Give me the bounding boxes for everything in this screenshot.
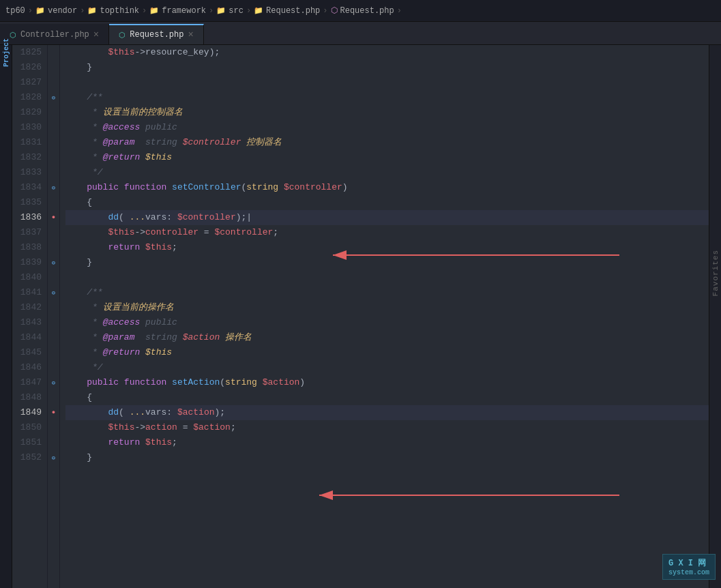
tab-controller[interactable]: ⬡ Controller.php × xyxy=(0,24,109,44)
close-request[interactable]: × xyxy=(188,30,193,40)
code-content[interactable]: $this->resource_key); } /** * 设置当前的控制器名 … xyxy=(60,45,709,588)
side-gutter: Project xyxy=(0,45,12,588)
project-name: tp60 xyxy=(5,6,25,16)
framework-folder: framework xyxy=(162,6,206,16)
code-line-1842: * 设置当前的操作名 xyxy=(65,300,709,315)
code-line-1833: */ xyxy=(65,165,709,180)
title-bar: tp60 › 📁 vendor › 📁 topthink › 📁 framewo… xyxy=(0,0,721,22)
favorites-bar: Favorites xyxy=(709,45,721,588)
code-line-1827 xyxy=(65,75,709,90)
code-line-1832: * @return $this xyxy=(65,150,709,165)
code-line-1840 xyxy=(65,270,709,285)
code-line-1845: * @return $this xyxy=(65,345,709,360)
breadcrumb: tp60 › 📁 vendor › 📁 topthink › 📁 framewo… xyxy=(5,5,402,16)
code-line-1847: public function setAction(string $action… xyxy=(65,375,709,390)
code-line-1831: * @param string $controller 控制器名 xyxy=(65,135,709,150)
topthink-folder: topthink xyxy=(100,6,139,16)
main-layout: Project 1825 1826 1827 1828 1829 1830 18… xyxy=(0,45,721,588)
code-line-1849: dd( ...vars: $action); xyxy=(65,405,709,420)
tab-bar: ⬡ Controller.php × ⬡ Request.php × xyxy=(0,22,721,45)
code-line-1826: } xyxy=(65,60,709,75)
code-line-1852: } xyxy=(65,450,709,465)
tab-label-controller: Controller.php xyxy=(20,30,89,40)
tab-request[interactable]: ⬡ Request.php × xyxy=(109,24,204,44)
watermark: G X I 网 system.com xyxy=(662,554,716,580)
folder-icon-2: 📁 xyxy=(87,6,97,15)
code-line-1829: * 设置当前的控制器名 xyxy=(65,105,709,120)
code-line-1825: $this->resource_key); xyxy=(65,45,709,60)
code-line-1841: /** xyxy=(65,285,709,300)
code-line-1846: */ xyxy=(65,360,709,375)
php-file-icon: ⬡ xyxy=(331,5,338,16)
code-line-1834: public function setController(string $co… xyxy=(65,180,709,195)
editor-area: 1825 1826 1827 1828 1829 1830 1831 1832 … xyxy=(12,45,709,588)
project-icon[interactable]: Project xyxy=(1,48,11,57)
tab-label-request: Request.php xyxy=(130,30,183,40)
folder-icon: 📁 xyxy=(35,6,45,15)
vendor-folder: vendor xyxy=(48,6,77,16)
watermark-sub: system.com xyxy=(668,569,709,576)
folder-icon-4: 📁 xyxy=(216,6,226,15)
code-line-1850: $this->action = $action; xyxy=(65,420,709,435)
code-line-1848: { xyxy=(65,390,709,405)
code-line-1843: * @access public xyxy=(65,315,709,330)
code-line-1837: $this->controller = $controller; xyxy=(65,225,709,240)
code-line-1844: * @param string $action 操作名 xyxy=(65,330,709,345)
folder-icon-3: 📁 xyxy=(149,6,159,15)
code-line-1830: * @access public xyxy=(65,120,709,135)
tab-icon-request: ⬡ xyxy=(119,31,126,40)
gutter-icons: ⊖ ⊖ ● ⊖ ⊖ ⊖ ● ⊖ xyxy=(48,45,60,588)
src-folder: src xyxy=(229,6,244,16)
request-file: Request.php xyxy=(340,6,394,16)
close-controller[interactable]: × xyxy=(93,30,99,40)
watermark-main: G X I 网 xyxy=(668,559,706,568)
code-line-1828: /** xyxy=(65,90,709,105)
code-line-1838: return $this; xyxy=(65,240,709,255)
code-line-1839: } xyxy=(65,255,709,270)
think-folder: Request.php xyxy=(266,6,320,16)
code-line-1835: { xyxy=(65,195,709,210)
code-line-1836: dd( ...vars: $controller);| xyxy=(65,210,709,225)
code-line-1851: return $this; xyxy=(65,435,709,450)
line-numbers: 1825 1826 1827 1828 1829 1830 1831 1832 … xyxy=(12,45,48,588)
tab-icon-controller: ⬡ xyxy=(10,31,16,40)
folder-icon-5: 📁 xyxy=(254,6,263,15)
favorites-label: Favorites xyxy=(711,250,720,296)
